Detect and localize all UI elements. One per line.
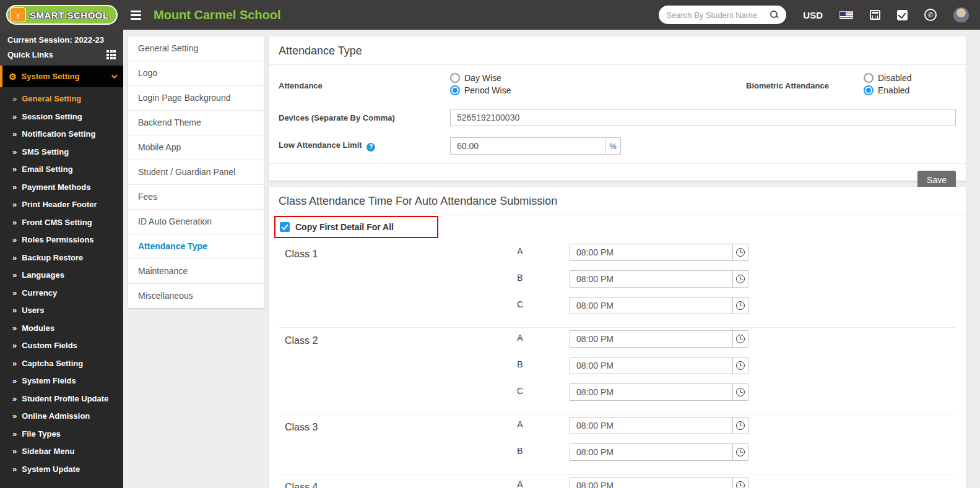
- section-time-row: A: [470, 477, 956, 488]
- section-time-input[interactable]: [570, 417, 733, 434]
- tasks-icon[interactable]: [897, 10, 908, 20]
- whatsapp-icon[interactable]: ✆: [924, 9, 937, 21]
- section-time-input[interactable]: [570, 357, 733, 374]
- radio-icon[interactable]: [864, 73, 874, 83]
- radio-icon[interactable]: [450, 73, 460, 83]
- time-picker-button[interactable]: [732, 244, 748, 261]
- sidebar-submenu-item[interactable]: » Notification Setting: [0, 126, 123, 143]
- sidebar-submenu-item[interactable]: » Front CMS Setting: [0, 214, 123, 232]
- sidebar-submenu-item[interactable]: » Currency: [0, 285, 123, 302]
- radio-option[interactable]: Period Wise: [450, 85, 511, 95]
- time-picker-button[interactable]: [732, 417, 748, 434]
- radio-icon[interactable]: [450, 85, 460, 95]
- clock-icon: [736, 248, 745, 257]
- radio-option[interactable]: Day Wise: [450, 73, 501, 83]
- sidebar-submenu-item[interactable]: » Email Setting: [0, 161, 123, 179]
- section-time-input[interactable]: [570, 443, 733, 461]
- sidebar-submenu-item[interactable]: » Session Setting: [0, 108, 123, 126]
- sidebar-toggle-icon[interactable]: [131, 11, 141, 20]
- sidebar-submenu-label: Currency: [22, 288, 57, 299]
- time-picker-button[interactable]: [732, 383, 748, 401]
- search-icon[interactable]: [770, 11, 779, 19]
- section-time-input[interactable]: [570, 297, 733, 314]
- settings-menu-item[interactable]: Mobile App: [128, 135, 264, 160]
- radio-option[interactable]: Enabled: [864, 85, 909, 95]
- sidebar-submenu-item[interactable]: » SMS Setting: [0, 143, 123, 161]
- section-time-input[interactable]: [570, 477, 733, 488]
- double-chevron-icon: »: [12, 323, 17, 334]
- settings-menu-item[interactable]: Attendance Type: [128, 234, 264, 259]
- time-picker-button[interactable]: [732, 477, 748, 488]
- app-logo[interactable]: SMART SCHOOL: [0, 5, 123, 25]
- quick-links-grid-icon[interactable]: [106, 50, 116, 59]
- sidebar-submenu-item[interactable]: » System Update: [0, 461, 123, 479]
- settings-menu-item[interactable]: Logo: [128, 61, 264, 86]
- clock-icon: [736, 481, 745, 488]
- sidebar-submenu-item[interactable]: » Online Admission: [0, 408, 123, 426]
- sidebar-submenu-item[interactable]: » Users: [0, 302, 123, 320]
- sidebar-submenu-item[interactable]: » File Types: [0, 426, 123, 443]
- settings-menu-item[interactable]: General Setting: [128, 36, 264, 61]
- sidebar-submenu-item[interactable]: » Sidebar Menu: [0, 443, 123, 461]
- settings-menu-item[interactable]: Fees: [128, 185, 264, 210]
- chevron-down-icon: [111, 72, 118, 79]
- section-time-input[interactable]: [570, 244, 733, 261]
- double-chevron-icon: »: [12, 429, 17, 440]
- settings-menu-item[interactable]: ID Auto Generation: [128, 210, 264, 234]
- radio-option[interactable]: Disabled: [864, 73, 911, 83]
- section-time-row: C: [470, 383, 956, 401]
- calendar-icon[interactable]: [870, 10, 880, 20]
- copy-first-detail-checkbox[interactable]: [280, 222, 290, 232]
- sidebar-submenu-item[interactable]: » Custom Fields: [0, 337, 123, 355]
- section-time-row: A: [470, 244, 956, 261]
- sidebar-submenu-item[interactable]: » Roles Permissions: [0, 231, 123, 249]
- time-picker-button[interactable]: [732, 330, 748, 348]
- search-input[interactable]: [666, 11, 766, 20]
- sidebar-submenu-item[interactable]: » General Setting: [0, 90, 123, 108]
- section-time-row: A: [470, 330, 956, 348]
- section-time-input[interactable]: [570, 270, 733, 288]
- currency-switcher[interactable]: USD: [803, 10, 823, 20]
- time-picker-button[interactable]: [732, 297, 748, 314]
- sidebar-submenu-item[interactable]: » Languages: [0, 267, 123, 285]
- student-search[interactable]: [659, 6, 786, 24]
- settings-menu-item[interactable]: Login Page Background: [128, 86, 264, 111]
- user-avatar[interactable]: [953, 7, 969, 23]
- sidebar-submenu-item[interactable]: » Captcha Setting: [0, 355, 123, 373]
- class-sections: A B: [470, 417, 956, 470]
- class-sections: A B C: [470, 330, 956, 410]
- sidebar-submenu-item[interactable]: » Print Header Footer: [0, 196, 123, 214]
- section-time-input[interactable]: [570, 330, 733, 348]
- class-name: Class 4: [279, 477, 470, 488]
- time-picker-button[interactable]: [732, 443, 748, 461]
- language-flag-icon[interactable]: [839, 11, 853, 19]
- sidebar-submenu-item[interactable]: » Payment Methods: [0, 179, 123, 197]
- time-picker-button[interactable]: [732, 270, 748, 288]
- double-chevron-icon: »: [12, 235, 17, 246]
- devices-input[interactable]: [450, 109, 956, 126]
- time-picker-button[interactable]: [732, 357, 748, 374]
- sidebar-submenu-item[interactable]: » Backup Restore: [0, 249, 123, 267]
- section-letter: A: [470, 330, 570, 343]
- sidebar-submenu-item[interactable]: » System Fields: [0, 372, 123, 390]
- settings-menu-item[interactable]: Maintenance: [128, 259, 264, 284]
- sidebar-submenu-label: Backup Restore: [22, 253, 83, 263]
- class-name: Class 1: [279, 244, 470, 323]
- help-icon[interactable]: ?: [366, 143, 375, 152]
- settings-menu-item[interactable]: Student / Guardian Panel: [128, 160, 264, 185]
- percent-addon: %: [605, 137, 621, 155]
- section-letter: B: [470, 270, 570, 283]
- sidebar-submenu-item[interactable]: » Modules: [0, 320, 123, 338]
- settings-menu-item[interactable]: Miscellaneous: [128, 284, 264, 308]
- double-chevron-icon: »: [12, 112, 17, 122]
- settings-menu-item[interactable]: Backend Theme: [128, 111, 264, 135]
- low-attendance-limit-label: Low Attendance Limit: [279, 140, 362, 150]
- sidebar-item-system-setting[interactable]: ⚙ System Setting: [0, 66, 123, 87]
- copy-first-detail-highlight: Copy First Detail For All: [274, 216, 438, 238]
- sidebar-submenu-item[interactable]: » Student Profile Update: [0, 390, 123, 408]
- low-attendance-limit-input[interactable]: [450, 137, 605, 155]
- radio-label: Day Wise: [464, 73, 501, 83]
- radio-icon[interactable]: [864, 85, 874, 95]
- section-time-input[interactable]: [570, 383, 733, 401]
- smart-school-logo: SMART SCHOOL: [6, 5, 118, 25]
